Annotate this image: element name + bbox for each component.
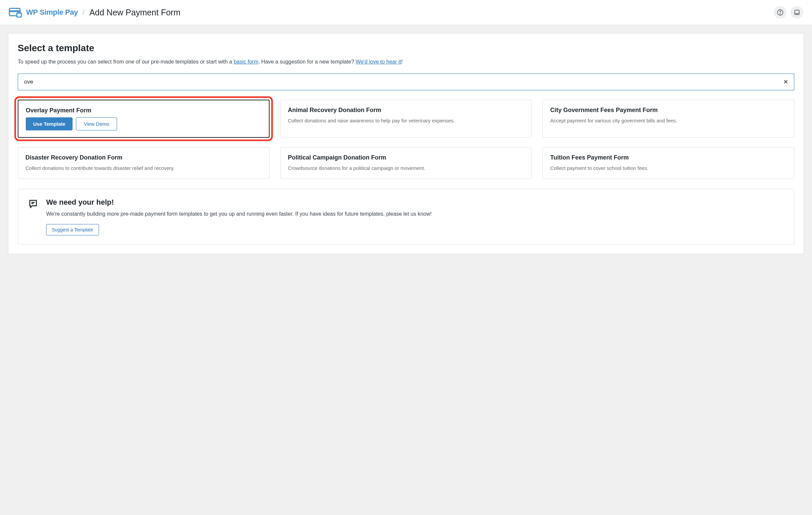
view-demo-button[interactable]: View Demo [76,117,117,131]
chat-icon [28,198,38,235]
template-card[interactable]: Political Campaign Donation Form Crowdso… [280,147,532,179]
template-card[interactable]: Tuition Fees Payment Form Collect paymen… [543,147,794,179]
inbox-button[interactable] [791,6,803,19]
svg-point-4 [780,14,780,14]
page-title: Add New Payment Form [89,8,180,18]
card-desc: Crowdsource donations for a political ca… [288,165,524,172]
card-title: Disaster Recovery Donation Form [25,154,262,161]
close-icon: ✕ [783,79,788,85]
template-panel: Select a template To speed up the proces… [8,33,804,254]
search-wrap: ✕ [18,74,794,90]
card-desc: Collect payment to cover school tuition … [550,165,787,172]
help-body-text: We're constantly building more pre-made … [46,210,432,218]
card-desc: Accept payment for various city govermen… [550,117,787,124]
help-box: We need your help! We're constantly buil… [18,189,794,245]
card-desc: Collect donations and raise awareness to… [288,117,524,124]
help-heading: We need your help! [46,198,432,207]
topbar: WP Simple Pay / Add New Payment Form [0,0,812,25]
clear-search-button[interactable]: ✕ [782,77,790,87]
basic-form-link[interactable]: basic form [234,59,259,64]
template-card[interactable]: City Government Fees Payment Form Accept… [543,99,794,138]
inbox-icon [793,9,800,16]
template-card[interactable]: Animal Recovery Donation Form Collect do… [280,99,532,138]
card-desc: Collect donations to contribute towards … [25,165,262,172]
brand: WP Simple Pay [9,7,78,18]
template-card[interactable]: Disaster Recovery Donation Form Collect … [18,147,269,179]
help-button[interactable] [774,6,787,19]
suggest-template-button[interactable]: Suggest a Template [46,224,99,235]
card-title: Animal Recovery Donation Form [288,107,524,114]
panel-intro: To speed up the process you can select f… [18,58,794,65]
card-title: Tuition Fees Payment Form [550,154,787,161]
card-title: Political Campaign Donation Form [288,154,524,161]
template-card-overlay[interactable]: Overlay Payment Form Use Template View D… [18,99,269,138]
use-template-button[interactable]: Use Template [26,117,72,131]
card-title: City Government Fees Payment Form [550,107,787,114]
panel-heading: Select a template [18,43,794,54]
brand-text: WP Simple Pay [26,8,78,17]
suggest-link[interactable]: We'd love to hear it [355,59,401,64]
content: Select a template To speed up the proces… [0,25,812,262]
card-title: Overlay Payment Form [26,107,262,114]
help-icon [777,9,784,16]
separator: / [83,8,85,17]
svg-rect-2 [17,13,21,17]
template-grid: Overlay Payment Form Use Template View D… [18,99,794,179]
brand-icon [9,7,23,18]
search-input[interactable] [18,74,794,90]
